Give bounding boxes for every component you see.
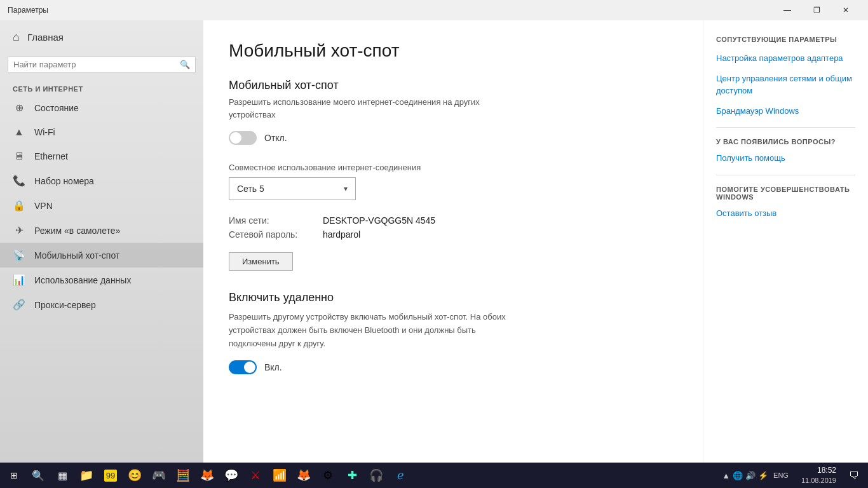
taskbar-edge[interactable]: ℯ <box>389 464 412 487</box>
taskbar-plus[interactable]: ✚ <box>341 464 363 487</box>
network-password-row: Сетевой пароль: hardparol <box>229 229 677 240</box>
network-info: Имя сети: DESKTOP-VGQGG5N 4545 Сетевой п… <box>229 215 677 240</box>
sidebar-section-title: Сеть и Интернет <box>0 80 203 95</box>
taskbar-notepad[interactable]: 99 <box>99 464 122 487</box>
sidebar-item-label: Состояние <box>34 103 79 113</box>
content: Мобильный хот-спот Мобильный хот-спот Ра… <box>203 20 703 463</box>
network-password-label: Сетевой пароль: <box>229 229 318 240</box>
sidebar-item-status[interactable]: ⊕ Состояние <box>0 95 203 120</box>
network-name-value: DESKTOP-VGQGG5N 4545 <box>323 215 435 226</box>
home-icon: ⌂ <box>13 30 20 44</box>
taskbar-sys-tray: ▲ 🌐 🔊 ⚡ ENG <box>718 471 795 480</box>
taskbar-clock[interactable]: 18:52 11.08.2019 <box>796 466 841 485</box>
remote-toggle[interactable] <box>229 360 257 374</box>
sidebar-item-wifi[interactable]: ▲ Wi-Fi <box>0 120 203 144</box>
share-label: Совместное использование интернет-соедин… <box>229 163 677 172</box>
remote-toggle-label: Вкл. <box>264 362 282 372</box>
dialup-icon: 📞 <box>13 175 25 187</box>
sidebar-item-hotspot[interactable]: 📡 Мобильный хот-спот <box>0 243 203 268</box>
remote-section-title: Включить удаленно <box>229 291 677 304</box>
start-button[interactable]: ⊞ <box>3 464 25 487</box>
taskbar-settings[interactable]: ⚙ <box>316 464 339 487</box>
sidebar-item-datausage[interactable]: 📊 Использование данных <box>0 268 203 292</box>
taskbar-firefox[interactable]: 🦊 <box>292 464 315 487</box>
sidebar-home-label: Главная <box>27 32 64 43</box>
ethernet-icon: 🖥 <box>13 151 25 162</box>
lang-indicator[interactable]: ENG <box>771 471 791 479</box>
minimize-button[interactable]: — <box>773 0 802 20</box>
hotspot-toggle[interactable] <box>229 131 257 145</box>
titlebar-controls: — ❐ ✕ <box>773 0 860 20</box>
network-center-link[interactable]: Центр управления сетями и общим доступом <box>716 72 855 97</box>
sidebar-item-airplane[interactable]: ✈ Режим «в самолете» <box>0 218 203 243</box>
taskbar-steam[interactable]: 🎮 <box>147 464 170 487</box>
main-container: ⌂ Главная 🔍 Сеть и Интернет ⊕ Состояние … <box>0 20 868 463</box>
tray-arrow-icon[interactable]: ▲ <box>722 471 730 480</box>
close-button[interactable]: ✕ <box>831 0 860 20</box>
airplane-icon: ✈ <box>13 224 25 236</box>
hotspot-section-title: Мобильный хот-спот <box>229 79 677 92</box>
get-help-link[interactable]: Получить помощь <box>716 152 855 165</box>
taskbar-discord-style[interactable]: 😊 <box>123 464 146 487</box>
taskbar: ⊞ 🔍 ▦ 📁 99 😊 🎮 🧮 🦊 💬 ⚔ 📶 🦊 ⚙ ✚ 🎧 ℯ ▲ 🌐 🔊… <box>0 463 868 488</box>
sidebar: ⌂ Главная 🔍 Сеть и Интернет ⊕ Состояние … <box>0 20 203 463</box>
firewall-link[interactable]: Брандмауэр Windows <box>716 105 855 118</box>
search-input[interactable] <box>13 60 180 69</box>
sidebar-item-label: Режим «в самолете» <box>34 226 120 236</box>
feedback-link[interactable]: Оставить отзыв <box>716 207 855 220</box>
network-name-row: Имя сети: DESKTOP-VGQGG5N 4545 <box>229 215 677 226</box>
network-dropdown[interactable]: Сеть 5 ▾ <box>229 177 356 200</box>
search-icon: 🔍 <box>180 60 190 69</box>
remote-section-desc: Разрешить другому устройству включать мо… <box>229 311 508 350</box>
sidebar-item-label: Использование данных <box>34 275 131 285</box>
network-password-value: hardparol <box>323 229 360 240</box>
sidebar-item-dialup[interactable]: 📞 Набор номера <box>0 168 203 193</box>
network-name-label: Имя сети: <box>229 215 318 226</box>
related-params-title: Сопутствующие параметры <box>716 36 855 43</box>
taskbar-calc[interactable]: 🧮 <box>172 464 194 487</box>
clock-time: 18:52 <box>801 466 836 476</box>
tray-volume-icon[interactable]: 🔊 <box>745 471 756 480</box>
clock-date: 11.08.2019 <box>801 476 836 485</box>
dropdown-wrapper: Сеть 5 ▾ <box>229 177 356 200</box>
remote-toggle-row: Вкл. <box>229 360 677 374</box>
toggle-knob <box>230 132 241 144</box>
sidebar-item-label: Ethernet <box>34 151 68 161</box>
datausage-icon: 📊 <box>13 274 25 286</box>
maximize-button[interactable]: ❐ <box>802 0 831 20</box>
taskbar-wifi-app[interactable]: 📶 <box>268 464 291 487</box>
hotspot-icon: 📡 <box>13 249 25 261</box>
page-title: Мобильный хот-спот <box>229 41 677 61</box>
right-panel: Сопутствующие параметры Настройка параме… <box>703 20 868 463</box>
hotspot-toggle-label: Откл. <box>264 133 287 143</box>
task-view-button[interactable]: ▦ <box>51 464 74 487</box>
taskbar-explorer[interactable]: 📁 <box>75 464 98 487</box>
sidebar-search-wrapper: 🔍 <box>8 57 196 72</box>
taskbar-app2[interactable]: 🦊 <box>196 464 219 487</box>
right-divider <box>716 127 855 128</box>
sidebar-item-proxy[interactable]: 🔗 Прокси-сервер <box>0 292 203 317</box>
sidebar-item-vpn[interactable]: 🔒 VPN <box>0 193 203 218</box>
proxy-icon: 🔗 <box>13 299 25 311</box>
vpn-icon: 🔒 <box>13 200 25 212</box>
adapter-settings-link[interactable]: Настройка параметров адаптера <box>716 52 855 65</box>
hotspot-toggle-row: Откл. <box>229 131 677 145</box>
status-icon: ⊕ <box>13 102 25 114</box>
tray-battery-icon[interactable]: ⚡ <box>758 471 768 480</box>
help-title: У вас появились вопросы? <box>716 138 855 146</box>
tray-network-icon[interactable]: 🌐 <box>733 471 743 480</box>
notification-button[interactable]: 🗨 <box>843 464 865 487</box>
change-button[interactable]: Изменить <box>229 252 293 271</box>
sidebar-item-ethernet[interactable]: 🖥 Ethernet <box>0 144 203 168</box>
taskbar-headset[interactable]: 🎧 <box>365 464 388 487</box>
search-button[interactable]: 🔍 <box>27 464 50 487</box>
taskbar-discord[interactable]: 💬 <box>220 464 243 487</box>
sidebar-item-label: Wi-Fi <box>34 127 55 137</box>
sidebar-home[interactable]: ⌂ Главная <box>0 20 203 54</box>
wifi-icon: ▲ <box>13 126 25 138</box>
sidebar-item-label: Прокси-сервер <box>34 300 96 310</box>
titlebar-title: Параметры <box>8 6 48 15</box>
taskbar-dota[interactable]: ⚔ <box>244 464 267 487</box>
improve-title: Помогите усовершенствовать Windows <box>716 186 855 201</box>
hotspot-section-desc: Разрешить использование моего интернет-с… <box>229 96 508 121</box>
